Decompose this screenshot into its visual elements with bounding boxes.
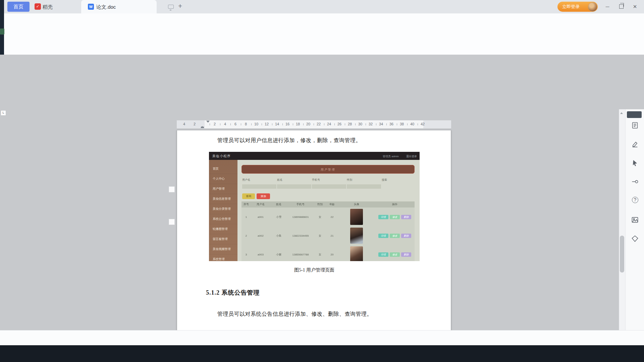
ruler-tick [324, 123, 324, 125]
figure-app-title: 美妆小程序 [212, 154, 231, 159]
left-indent-marker[interactable] [201, 127, 204, 128]
figure-form-input [347, 184, 381, 189]
cell-gender: 女 [314, 215, 326, 219]
figure-form-input [242, 184, 276, 189]
ruler-number: 22 [317, 122, 321, 126]
figure-app-header: 美妆小程序 管理员 admin 退出登录 [209, 152, 420, 160]
figure-sidebar-item: 个人中心 [209, 174, 237, 184]
cell-name: 小美 [270, 234, 287, 238]
close-button[interactable]: ✕ [630, 3, 640, 11]
device-sync-icon[interactable] [168, 5, 174, 9]
horizontal-ruler[interactable]: 4224681012141618202224262830323436384042 [177, 120, 451, 128]
ruler-tick [272, 123, 272, 125]
tab-stop-selector[interactable]: L [1, 110, 6, 116]
figure-form-label: 性别 [347, 178, 352, 181]
figure-table-header-cell: 操作 [375, 201, 415, 207]
cell-username: a001 [251, 216, 270, 219]
figure-main-area: 用户管理 用户名 姓名 [237, 160, 420, 261]
figure-search-button: 查询 [242, 193, 255, 199]
figure-form-label: 手机号 [312, 178, 320, 181]
scrollbar-thumb[interactable] [620, 236, 624, 273]
ruler-tick [230, 123, 231, 125]
first-line-indent-marker[interactable] [206, 121, 210, 124]
tab-home[interactable]: 首页 [7, 2, 30, 12]
tab-docer[interactable]: 稻壳 [43, 4, 53, 10]
properties-icon[interactable] [631, 122, 639, 129]
paragraph-text[interactable]: 管理员可以对用户信息进行添加，修改，删除，查询管理。 [217, 137, 361, 144]
figure-form-field: 搜索 [382, 176, 417, 191]
figure-form-field: 手机号 [312, 176, 347, 191]
ruler-tick [407, 123, 408, 125]
cell-gender: 女 [314, 234, 326, 238]
section-heading[interactable]: 5.1.2 系统公告管理 [206, 289, 260, 297]
figure-sidebar-item: 美妆视频管理 [209, 244, 237, 254]
ruler-number: 30 [358, 122, 362, 126]
figure-table-row: 1 a001 小雪 13899886601 女 22 详情 [241, 207, 415, 226]
cell-phone: 13822334455 [287, 234, 314, 237]
figure-table-header-cell: 头像 [338, 201, 375, 207]
document-page[interactable]: 管理员可以对用户信息进行添加，修改，删除，查询管理。 美妆小程序 管理员 adm… [177, 130, 451, 362]
ruler-tick [376, 123, 376, 125]
ruler-number: 12 [265, 122, 269, 126]
annotation-tool-icon[interactable] [631, 178, 639, 185]
ruler-number: 2 [214, 122, 216, 126]
ruler-tick [251, 123, 252, 125]
figure-search-form: 用户名 姓名 手机号 [242, 176, 417, 191]
figure-avatar-photo [350, 228, 363, 244]
ruler-number: 38 [400, 122, 404, 126]
image-tool-icon[interactable] [631, 216, 639, 224]
desktop-edge-strip [0, 0, 4, 55]
minimize-button[interactable]: ─ [602, 3, 612, 11]
scroll-up-arrow[interactable] [620, 111, 623, 114]
figure-table-row: 2 a002 小美 13822334455 女 21 详情 [241, 226, 415, 245]
figure-header-user: 管理员 admin [383, 155, 399, 158]
ruler-number: 20 [306, 122, 310, 126]
figure-avatar-photo [350, 246, 363, 261]
ruler-tick [314, 123, 314, 125]
cell-name: 小丽 [270, 253, 287, 256]
figure-delete-button: 删除 [401, 215, 411, 219]
help-icon[interactable]: ? [632, 197, 638, 203]
cell-index: 1 [241, 216, 251, 219]
figure-add-button: 添加 [257, 193, 270, 199]
figure-table-row: 3 a003 小丽 13855667788 女 20 详情 [241, 245, 415, 261]
task-pane-handle[interactable] [627, 111, 642, 118]
figure-caption[interactable]: 图5-1 用户管理页面 [177, 267, 451, 273]
paragraph-text[interactable]: 管理员可以对系统公告信息进行添加、修改、删除、查询管理。 [217, 311, 372, 318]
ruler-number: 6 [234, 122, 236, 126]
figure-sidebar-item: 用户管理 [209, 184, 237, 194]
ruler-tick [241, 123, 241, 125]
figure-table: 序号用户名姓名手机号性别年龄头像操作 1 a001 小雪 13899886601 [241, 201, 415, 261]
figure-form-label: 搜索 [382, 178, 387, 181]
cell-index: 3 [241, 253, 251, 256]
figure-detail-button: 详情 [378, 215, 388, 219]
cell-name: 小雪 [270, 215, 287, 219]
cursor-tool-icon[interactable] [631, 159, 639, 167]
page-margin-marker [169, 186, 175, 192]
figure-logout-link: 退出登录 [406, 155, 417, 158]
cell-age: 22 [326, 216, 338, 219]
ruler-number: 2 [194, 122, 196, 126]
figure-edit-button: 修改 [390, 252, 400, 257]
document-canvas[interactable]: L 42246810121416182022242628303234363840… [0, 55, 644, 330]
figure-delete-button: 删除 [401, 234, 411, 238]
cell-username: a003 [251, 253, 270, 256]
ruler-tick [397, 123, 397, 125]
ruler-tick [210, 123, 210, 125]
figure-sidebar-item: 美妆分类管理 [209, 204, 237, 214]
tag-tool-icon[interactable] [631, 235, 639, 242]
ruler-number: 16 [285, 122, 289, 126]
background-app-icon [0, 28, 4, 35]
ruler-tick [293, 123, 293, 125]
avatar[interactable] [588, 2, 597, 12]
new-tab-button[interactable]: + [178, 2, 182, 10]
status-bar: 页面: 21/33 字数: 9556 ✓ 拼写检查 ✗ 文档校对 兼容模式 T?… [0, 330, 644, 345]
figure-table-header-cell: 用户名 [251, 201, 270, 207]
figure-sidebar-item: 美妆信息管理 [209, 194, 237, 204]
ruler-tick [418, 123, 418, 125]
highlighter-tool-icon[interactable] [631, 140, 639, 148]
restore-button[interactable] [619, 4, 624, 9]
ruler-tick [220, 123, 220, 125]
figure-sidebar-item: 首页 [209, 164, 237, 174]
figure-table-header: 序号用户名姓名手机号性别年龄头像操作 [241, 201, 415, 207]
